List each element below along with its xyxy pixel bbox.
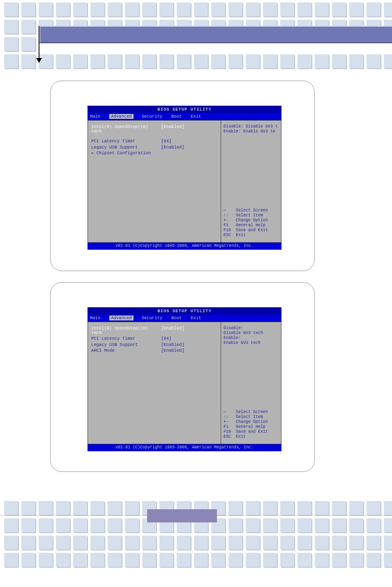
bios-tabs[interactable]: Main Advanced Security Boot Exit bbox=[88, 315, 281, 322]
help-text: Enable: Enable GV3 te bbox=[224, 130, 279, 134]
option-speedstep[interactable]: Intel(R) SpeedStep(tm) tech [Enabled] bbox=[91, 125, 217, 133]
bios-screenshot-2: BIOS SETUP UTILITY Main Advanced Securit… bbox=[50, 282, 315, 472]
page-number-pill bbox=[147, 509, 217, 522]
bios-screenshot-1: BIOS SETUP UTILITY Main Advanced Securit… bbox=[50, 81, 315, 271]
tab-exit[interactable]: Exit bbox=[191, 316, 201, 321]
help-text: Disable GV3 tech bbox=[224, 331, 279, 335]
submenu-chipset-configuration[interactable]: Chipset Configuration bbox=[91, 151, 217, 155]
tab-security[interactable]: Security bbox=[142, 114, 162, 119]
option-speedstep[interactable]: Intel(R) SpeedStep(tm) tech [Enabled] bbox=[91, 326, 217, 335]
help-text: Disable: bbox=[224, 326, 279, 330]
option-pci-latency[interactable]: PCI Latency Timer [64] bbox=[91, 336, 217, 341]
bios-help-pane: Disable: Disable GV3 t Enable: Enable GV… bbox=[221, 121, 281, 242]
page-banner bbox=[39, 26, 392, 43]
tab-boot[interactable]: Boot bbox=[171, 114, 182, 119]
bios-title: BIOS SETUP UTILITY bbox=[88, 307, 281, 315]
tab-advanced[interactable]: Advanced bbox=[109, 114, 133, 119]
help-text: Enable: bbox=[224, 336, 279, 340]
help-text: Enable GV3 tech bbox=[224, 341, 279, 345]
bios-key-legend: ↔Select Screen ↑↓Select Item +-Change Op… bbox=[224, 410, 279, 440]
tab-main[interactable]: Main bbox=[90, 316, 100, 321]
help-text: Disable: Disable GV3 t bbox=[224, 125, 279, 129]
tab-advanced[interactable]: Advanced bbox=[109, 316, 133, 321]
tab-exit[interactable]: Exit bbox=[191, 114, 201, 119]
tab-main[interactable]: Main bbox=[90, 114, 100, 119]
bios-tabs[interactable]: Main Advanced Security Boot Exit bbox=[88, 113, 281, 121]
bios-footer: v02.61 (C)Copyright 1985-2006, American … bbox=[88, 444, 281, 451]
bios-options-pane: Intel(R) SpeedStep(tm) tech [Enabled] PC… bbox=[88, 322, 221, 444]
bios-options-pane: Intel(R) SpeedStep(tm) tech [Enabled] PC… bbox=[88, 121, 221, 242]
option-pci-latency[interactable]: PCI Latency Timer [64] bbox=[91, 139, 217, 144]
option-legacy-usb[interactable]: Legacy USB Support [Enabled] bbox=[91, 343, 217, 347]
tab-boot[interactable]: Boot bbox=[171, 316, 182, 321]
option-legacy-usb[interactable]: Legacy USB Support [Enabled] bbox=[91, 145, 217, 150]
option-ahci-mode[interactable]: AHCI Mode [Enabled] bbox=[91, 348, 217, 353]
arrow-down-icon bbox=[39, 26, 39, 58]
bios-title: BIOS SETUP UTILITY bbox=[88, 106, 281, 113]
bios-footer: v02.61 (C)Copyright 1985-2006, American … bbox=[88, 243, 281, 250]
tab-security[interactable]: Security bbox=[142, 316, 162, 321]
bios-key-legend: ↔Select Screen ↑↓Select Item +-Change Op… bbox=[224, 209, 279, 238]
bios-help-pane: Disable: Disable GV3 tech Enable: Enable… bbox=[221, 322, 281, 444]
